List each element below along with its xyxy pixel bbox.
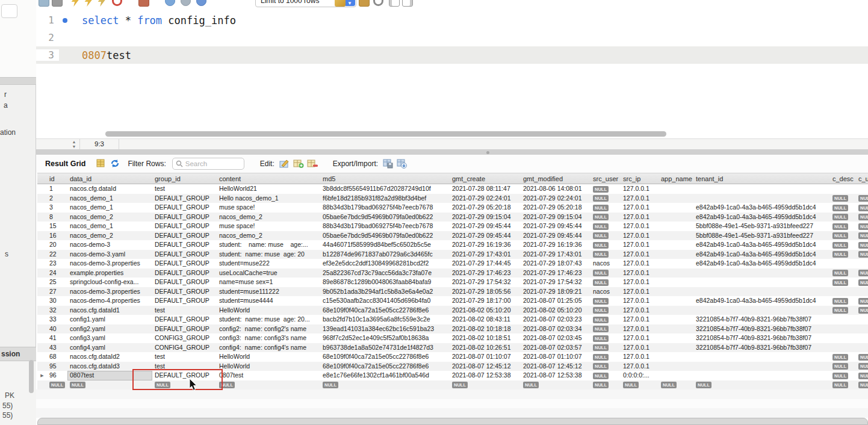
- cell-app_name[interactable]: [659, 333, 693, 343]
- cell-app_name[interactable]: [659, 250, 693, 259]
- cell-content[interactable]: student=muse4444: [217, 296, 320, 306]
- cell-src_ip[interactable]: 127.0.0.1: [621, 278, 659, 287]
- cell-app_name[interactable]: [659, 203, 693, 212]
- cell-src_ip[interactable]: NULL: [621, 380, 659, 390]
- cell-src_user[interactable]: NULL: [591, 362, 621, 371]
- cell-src_ip[interactable]: 127.0.0.1: [621, 306, 659, 315]
- cell-md5[interactable]: c15e530aafb2acc83041405d696b4fa0: [320, 296, 450, 306]
- cell-group_id[interactable]: DEFAULT_GROUP: [152, 324, 217, 334]
- stop-query-icon[interactable]: [112, 0, 122, 6]
- cell-src_user[interactable]: NULL: [591, 306, 621, 315]
- cell-content[interactable]: NULL: [217, 380, 320, 390]
- cell-c_desc[interactable]: [830, 184, 856, 194]
- cell-content[interactable]: HelloWorld21: [217, 184, 320, 194]
- cell-c_desc[interactable]: NULL: [830, 250, 856, 259]
- cell-app_name[interactable]: [659, 306, 693, 315]
- cell-tenant_id[interactable]: 5bbf088e-49e1-45eb-9371-a931bfeed227: [693, 231, 830, 241]
- cell-md5[interactable]: 68e109f0f40ca72a15e05cc22786f8e6: [320, 362, 450, 371]
- cell-tenant_id[interactable]: 5bbf088e-49e1-45eb-9371-a931bfeed227: [693, 222, 830, 231]
- cell-content[interactable]: HelloWorld: [217, 362, 320, 371]
- cell-app_name[interactable]: [659, 184, 693, 194]
- column-header-md5[interactable]: md5: [320, 173, 450, 184]
- cell-tenant_id[interactable]: [693, 362, 830, 371]
- cell-group_id[interactable]: DEFAULT_GROUP: [152, 296, 217, 306]
- cell-data_id[interactable]: example.properties: [67, 268, 152, 278]
- code-line-1[interactable]: 1 select * from config_info: [36, 11, 868, 29]
- cell-app_name[interactable]: [659, 212, 693, 222]
- cell-c_us[interactable]: NULL: [856, 194, 868, 203]
- cell-content[interactable]: student: name: muse age: 20...: [217, 315, 320, 324]
- cell-gmt_modified[interactable]: 2021-07-29 09:45:44: [521, 231, 591, 241]
- cell-id[interactable]: 22: [47, 250, 67, 259]
- cell-md5[interactable]: 3b8ddc8f55654911b67d20287249d10f: [320, 184, 450, 194]
- cell-c_us[interactable]: NULL: [856, 231, 868, 241]
- toggle-left-panel-icon[interactable]: [389, 0, 400, 7]
- cell-src_ip[interactable]: 127.0.0.1: [621, 343, 659, 353]
- import-records-icon[interactable]: [397, 159, 407, 169]
- cell-gmt_create[interactable]: 2021-08-02 08:43:11: [450, 315, 521, 324]
- cell-tenant_id[interactable]: [693, 287, 830, 297]
- cell-app_name[interactable]: [659, 268, 693, 278]
- table-row[interactable]: 41config3.yamlCONFIG3_GROUPconfig3: name…: [37, 333, 868, 343]
- cell-gmt_modified[interactable]: 2021-07-29 17:43:01: [521, 250, 591, 259]
- cell-id[interactable]: 43: [47, 343, 67, 353]
- cell-id[interactable]: 27: [47, 287, 67, 297]
- cell-src_ip[interactable]: 127.0.0.1: [621, 315, 659, 324]
- cell-gmt_create[interactable]: 2021-08-02 05:10:20: [450, 306, 521, 315]
- cell-tenant_id[interactable]: 32210854-b7f7-40b9-8321-96bb7fb38f07: [693, 315, 830, 324]
- cell-content[interactable]: student=muse111222: [217, 287, 320, 297]
- cell-tenant_id[interactable]: [693, 306, 830, 315]
- edit-record-icon[interactable]: [279, 159, 290, 169]
- cell-group_id[interactable]: DEFAULT_GROUP: [152, 212, 217, 222]
- cell-tenant_id[interactable]: [693, 194, 830, 203]
- line-stepper-icon[interactable]: ▲▼: [69, 140, 79, 150]
- cell-gmt_modified[interactable]: 2021-07-29 09:15:04: [521, 212, 591, 222]
- cell-data_id[interactable]: nacos.cfg.dataId1: [67, 306, 152, 315]
- find-magnifier-icon[interactable]: [373, 0, 383, 6]
- cell-gmt_modified[interactable]: NULL: [521, 380, 591, 390]
- insert-row-icon[interactable]: [293, 159, 303, 169]
- cell-md5[interactable]: 25a822367cd73c79acc56da3c73fa07e: [320, 268, 450, 278]
- cell-id[interactable]: 20: [47, 240, 67, 250]
- cell-md5[interactable]: 89e86878c1289b0048063faab84bafa9: [320, 278, 450, 287]
- cell-tenant_id[interactable]: [693, 268, 830, 278]
- cell-src_ip[interactable]: 127.0.0.1: [621, 362, 659, 371]
- sidebar-search-input[interactable]: [1, 4, 17, 18]
- cell-md5[interactable]: 05bae6e7bdc9d54969b079fa0ed0b622: [320, 231, 450, 241]
- sidebar-item-label[interactable]: ation: [0, 128, 16, 137]
- table-row[interactable]: 22nacos-demo-3.yamlDEFAULT_GROUPstudent:…: [37, 250, 868, 259]
- cell-tenant_id[interactable]: [693, 184, 830, 194]
- cell-c_desc[interactable]: NULL: [830, 212, 856, 222]
- cell-c_desc[interactable]: [830, 315, 856, 324]
- cell-data_id[interactable]: config2.yaml: [67, 324, 152, 334]
- cell-group_id[interactable]: test: [152, 306, 217, 315]
- cell-data_id[interactable]: nacos-demo-3.properties: [67, 259, 152, 268]
- cell-gmt_create[interactable]: 2021-07-29 09:15:04: [450, 212, 521, 222]
- cell-c_desc[interactable]: [830, 259, 856, 268]
- cell-c_us[interactable]: [856, 259, 868, 268]
- cell-app_name[interactable]: [659, 259, 693, 268]
- cell-app_name[interactable]: [659, 343, 693, 353]
- cell-src_user[interactable]: NULL: [591, 278, 621, 287]
- commit-icon[interactable]: [165, 0, 175, 6]
- cell-content[interactable]: config4: name: config4's name: [217, 343, 320, 353]
- cell-gmt_modified[interactable]: 2021-07-29 17:54:32: [521, 278, 591, 287]
- cell-tenant_id[interactable]: [693, 352, 830, 362]
- cell-gmt_create[interactable]: 2021-07-29 17:46:23: [450, 268, 521, 278]
- sidebar-item-label[interactable]: r: [4, 90, 7, 99]
- table-row[interactable]: 25springcloud-config-exa...DEFAULT_GROUP…: [37, 278, 868, 287]
- cell-src_ip[interactable]: 127.0.0.1: [621, 296, 659, 306]
- cell-c_desc[interactable]: NULL: [830, 194, 856, 203]
- cell-content[interactable]: Hello nacos_demo_1: [217, 194, 320, 203]
- sql-code-editor[interactable]: 1 select * from config_info 2 3 0807test: [36, 8, 868, 129]
- cell-c_us[interactable]: NULL: [856, 212, 868, 222]
- execute-statement-icon[interactable]: [70, 0, 81, 7]
- cell-app_name[interactable]: [659, 315, 693, 324]
- cell-data_id[interactable]: nacos.cfg.dataId: [67, 184, 152, 194]
- table-row[interactable]: 27nacos-demo-3.propertiesDEFAULT_GROUPst…: [37, 287, 868, 297]
- cell-c_us[interactable]: NULL: [856, 362, 868, 371]
- cell-gmt_create[interactable]: NULL: [450, 380, 521, 390]
- cell-gmt_create[interactable]: 2021-08-02 10:18:18: [450, 324, 521, 334]
- cell-data_id[interactable]: nacos_demo_2: [67, 212, 152, 222]
- cell-c_desc[interactable]: NULL: [830, 268, 856, 278]
